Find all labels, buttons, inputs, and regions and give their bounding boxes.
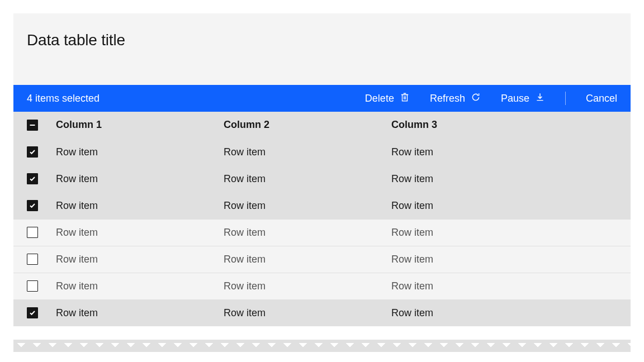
column-header-1[interactable]: Column 1 — [56, 112, 224, 139]
row-checkbox[interactable] — [27, 254, 38, 265]
row-checkbox[interactable] — [27, 227, 38, 238]
refresh-button[interactable]: Refresh — [430, 92, 481, 105]
cell: Row item — [391, 192, 631, 219]
cell: Row item — [224, 165, 391, 192]
pause-label: Pause — [501, 93, 529, 104]
trash-icon — [400, 92, 410, 105]
cell: Row item — [224, 273, 391, 299]
cell: Row item — [391, 219, 631, 246]
cell: Row item — [224, 139, 391, 165]
delete-button[interactable]: Delete — [365, 92, 410, 105]
cell: Row item — [56, 192, 224, 219]
row-checkbox[interactable] — [27, 307, 38, 318]
table-row: Row itemRow itemRow item — [13, 299, 631, 326]
cell: Row item — [224, 246, 391, 273]
refresh-label: Refresh — [430, 93, 465, 104]
pause-button[interactable]: Pause — [501, 92, 545, 105]
cell: Row item — [56, 299, 224, 326]
table-row: Row itemRow itemRow item — [13, 139, 631, 165]
row-checkbox[interactable] — [27, 200, 38, 211]
batch-divider — [565, 92, 566, 105]
cell: Row item — [391, 246, 631, 273]
table-row: Row itemRow itemRow item — [13, 219, 631, 246]
table-row: Row itemRow itemRow item — [13, 192, 631, 219]
cell: Row item — [224, 299, 391, 326]
cell: Row item — [391, 139, 631, 165]
refresh-icon — [471, 92, 481, 105]
svg-rect-1 — [30, 125, 35, 126]
row-checkbox[interactable] — [27, 173, 38, 184]
cell: Row item — [56, 273, 224, 299]
cell: Row item — [391, 165, 631, 192]
cell: Row item — [56, 139, 224, 165]
download-icon — [535, 92, 545, 105]
column-header-3[interactable]: Column 3 — [391, 112, 631, 139]
cell: Row item — [224, 192, 391, 219]
row-checkbox[interactable] — [27, 146, 38, 158]
torn-edge-decoration — [13, 340, 631, 352]
row-checkbox[interactable] — [27, 280, 38, 292]
select-all-checkbox[interactable] — [27, 120, 38, 131]
table-title-area: Data table title — [13, 13, 631, 85]
delete-label: Delete — [365, 93, 394, 104]
data-table-panel: Data table title 4 items selected Delete… — [13, 13, 631, 326]
cell: Row item — [56, 165, 224, 192]
cell: Row item — [56, 219, 224, 246]
cell: Row item — [224, 219, 391, 246]
cell: Row item — [391, 273, 631, 299]
table-row: Row itemRow itemRow item — [13, 273, 631, 299]
batch-actions: Delete Refresh Pause — [365, 92, 617, 105]
table-row: Row itemRow itemRow item — [13, 246, 631, 273]
batch-action-bar: 4 items selected Delete Refresh — [13, 85, 631, 112]
table-header-row: Column 1 Column 2 Column 3 — [13, 112, 631, 139]
cell: Row item — [56, 246, 224, 273]
column-header-2[interactable]: Column 2 — [224, 112, 391, 139]
svg-rect-0 — [402, 94, 407, 101]
cancel-button[interactable]: Cancel — [586, 93, 617, 104]
table-title: Data table title — [27, 31, 617, 49]
cancel-label: Cancel — [586, 93, 617, 104]
data-table: Column 1 Column 2 Column 3 Row itemRow i… — [13, 112, 631, 326]
batch-selection-count: 4 items selected — [27, 93, 365, 104]
table-row: Row itemRow itemRow item — [13, 165, 631, 192]
cell: Row item — [391, 299, 631, 326]
